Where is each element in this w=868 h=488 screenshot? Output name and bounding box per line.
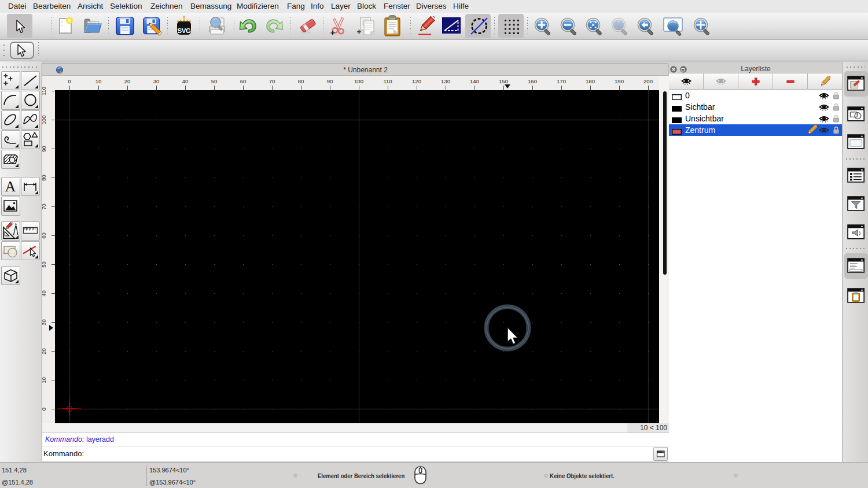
svg-text:A: A bbox=[5, 178, 16, 195]
svg-text:SVG: SVG bbox=[178, 27, 191, 34]
